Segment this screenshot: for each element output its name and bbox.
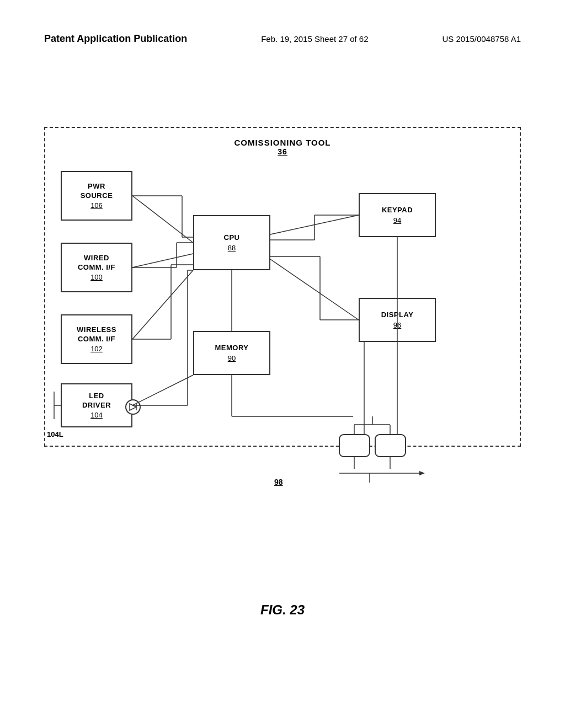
display-block: DISPLAY 96 <box>359 298 436 342</box>
figure-label: FIG. 23 <box>260 602 305 618</box>
pwr-source-num: 106 <box>90 201 103 210</box>
wireless-comm-num: 102 <box>90 345 103 353</box>
wired-comm-block: WIREDCOMM. I/F 100 <box>61 243 132 292</box>
diagram-area: COMISSIONING TOOL 36 PWRSOURCE 106 WIRED… <box>44 127 521 502</box>
cpu-num: 88 <box>228 244 236 252</box>
svg-point-0 <box>126 400 140 414</box>
memory-num: 90 <box>228 354 236 362</box>
publication-number: US 2015/0048758 A1 <box>442 34 521 44</box>
cpu-label: CPU <box>224 233 240 243</box>
led-driver-block: LEDDRIVER 104 <box>61 383 132 427</box>
keypad-block: KEYPAD 94 <box>359 193 436 237</box>
led-driver-label: LEDDRIVER <box>82 392 111 410</box>
cpu-block: CPU 88 <box>193 215 270 270</box>
display-label: DISPLAY <box>381 311 414 320</box>
wireless-comm-label: WIRELESSCOMM. I/F <box>77 325 116 344</box>
connector-98-label: 98 <box>274 478 283 486</box>
wired-comm-label: WIREDCOMM. I/F <box>78 254 115 272</box>
pwr-source-block: PWRSOURCE 106 <box>61 171 132 221</box>
publication-date-sheet: Feb. 19, 2015 Sheet 27 of 62 <box>261 34 368 44</box>
page-header: Patent Application Publication Feb. 19, … <box>0 33 565 45</box>
publication-title: Patent Application Publication <box>44 33 187 45</box>
pwr-source-label: PWRSOURCE <box>81 182 113 201</box>
svg-marker-19 <box>419 471 425 475</box>
keypad-label: KEYPAD <box>382 206 413 215</box>
memory-block: MEMORY 90 <box>193 331 270 375</box>
led-label-104l: 104L <box>47 430 63 438</box>
led-driver-num: 104 <box>90 411 103 419</box>
led-symbol-icon <box>124 398 142 416</box>
keypad-num: 94 <box>393 216 401 224</box>
commissioning-tool-label: COMISSIONING TOOL 36 <box>234 138 331 156</box>
display-num: 96 <box>393 321 401 329</box>
wired-comm-num: 100 <box>90 273 103 281</box>
wireless-comm-block: WIRELESSCOMM. I/F 102 <box>61 314 132 364</box>
memory-label: MEMORY <box>215 344 248 353</box>
